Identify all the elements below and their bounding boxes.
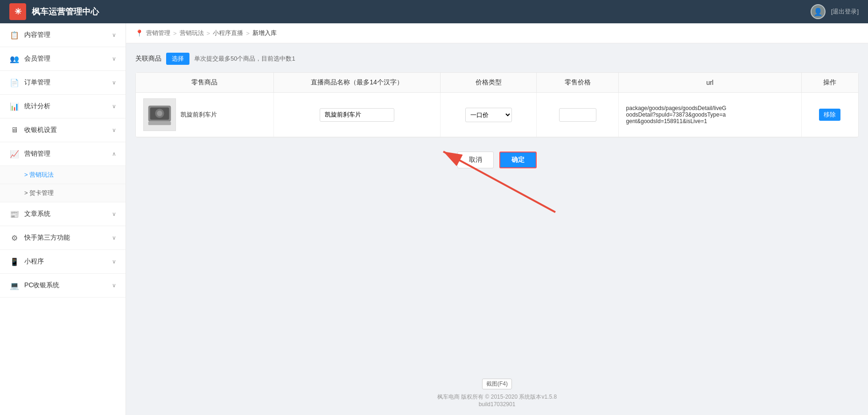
sidebar-item-stats[interactable]: 📊 统计分析 ∨: [0, 95, 126, 118]
sidebar-item-member[interactable]: 👥 会员管理 ∨: [0, 47, 126, 71]
stats-icon: 📊: [9, 101, 20, 111]
build-text: build17032901: [133, 401, 861, 408]
col-header-url: url: [618, 73, 801, 93]
layout: 📋 内容管理 ∨ 👥 会员管理 ∨ 📄 订单管理 ∨ 📊 统计分析: [0, 23, 868, 415]
url-text: package/goods/pages/goodsDetail/liveGood…: [626, 105, 729, 124]
chevron-down-icon: ∨: [112, 55, 116, 62]
cell-broadcast-name: [273, 93, 440, 137]
marketing-icon: 📈: [9, 149, 20, 159]
sidebar-item-marketing[interactable]: 📈 营销管理 ∧: [0, 142, 126, 166]
select-button[interactable]: 选择: [166, 53, 189, 65]
associate-label: 关联商品: [135, 55, 161, 63]
sidebar-label-member: 会员管理: [24, 55, 50, 63]
cell-product: 凯旋前刹车片: [136, 93, 273, 137]
cell-price-type: 一口价 区间价 折扣价: [441, 93, 537, 137]
sidebar-item-marketing-tactics[interactable]: 营销玩法: [0, 166, 126, 184]
logo-icon: ✳: [9, 3, 26, 20]
sidebar-item-mini[interactable]: 📱 小程序 ∨: [0, 250, 126, 274]
col-header-broadcast-name: 直播商品名称（最多14个汉字）: [273, 73, 440, 93]
col-header-retail-price: 零售价格: [537, 73, 618, 93]
product-name: 凯旋前刹车片: [181, 111, 217, 119]
shortcut-badge: 截图(F4): [482, 379, 512, 389]
col-header-action: 操作: [801, 73, 858, 93]
sidebar-label-order: 订单管理: [24, 78, 50, 87]
chevron-down-icon: ∨: [112, 103, 116, 110]
cancel-button[interactable]: 取消: [457, 152, 494, 168]
content-icon: 📋: [9, 30, 20, 40]
svg-point-4: [157, 111, 162, 116]
header-right: 👤 [退出登录]: [811, 4, 859, 19]
product-img-svg: [144, 98, 175, 131]
main-content: 📍 营销管理 > 营销玩法 > 小程序直播 > 新增入库 关联商品 选择 单次提…: [126, 23, 868, 415]
sidebar-label-third: 快手第三方功能: [24, 234, 70, 242]
sidebar: 📋 内容管理 ∨ 👥 会员管理 ∨ 📄 订单管理 ∨ 📊 统计分析: [0, 23, 126, 415]
location-icon: 📍: [135, 29, 143, 37]
chevron-down-icon: ∨: [112, 282, 116, 289]
sidebar-item-cashier[interactable]: 🖥 收银机设置 ∨: [0, 118, 126, 142]
table-header-row: 零售商品 直播商品名称（最多14个汉字） 价格类型 零售价格 url 操作: [136, 73, 858, 93]
associate-hint: 单次提交最多50个商品，目前选中数1: [194, 55, 295, 63]
chevron-down-icon: ∨: [112, 79, 116, 86]
table-row: 凯旋前刹车片 一口价 区间价 折扣价: [136, 93, 858, 137]
chevron-down-icon: ∨: [112, 32, 116, 38]
cell-retail-price: [537, 93, 618, 137]
price-type-select[interactable]: 一口价 区间价 折扣价: [465, 108, 512, 122]
breadcrumb-item-1: 营销玩法: [180, 29, 204, 37]
chevron-down-icon: ∨: [112, 258, 116, 265]
breadcrumb-item-2: 小程序直播: [213, 29, 243, 37]
chevron-down-icon: ∨: [112, 211, 116, 217]
sidebar-label-mini: 小程序: [24, 257, 44, 266]
sidebar-item-pc[interactable]: 💻 PC收银系统 ∨: [0, 274, 126, 297]
chevron-up-icon: ∧: [112, 151, 116, 157]
pc-icon: 💻: [9, 280, 20, 290]
sidebar-label-marketing: 营销管理: [24, 150, 50, 158]
confirm-button[interactable]: 确定: [499, 152, 537, 168]
remove-button[interactable]: 移除: [819, 109, 840, 121]
mini-icon: 📱: [9, 256, 20, 267]
col-header-product: 零售商品: [136, 73, 273, 93]
third-icon: ⚙: [9, 233, 20, 243]
broadcast-name-input[interactable]: [320, 108, 394, 122]
sidebar-item-article[interactable]: 📰 文章系统 ∨: [0, 202, 126, 226]
annotation-arrow: [406, 138, 569, 221]
copyright-text: 枫车电商 版权所有 © 2015-2020 系统版本v1.5.8: [133, 393, 861, 401]
product-table-container: 零售商品 直播商品名称（最多14个汉字） 价格类型 零售价格 url 操作: [135, 72, 859, 138]
sidebar-label-pc: PC收银系统: [24, 281, 59, 290]
breadcrumb-item-3: 新增入库: [252, 29, 277, 37]
order-icon: 📄: [9, 77, 20, 88]
cell-action: 移除: [801, 93, 858, 137]
header-left: ✳ 枫车运营管理中心: [9, 3, 99, 20]
retail-price-input[interactable]: [559, 108, 596, 122]
action-region: 取消 确定: [135, 152, 859, 168]
member-icon: 👥: [9, 54, 20, 64]
header: ✳ 枫车运营管理中心 👤 [退出登录]: [0, 0, 868, 23]
cell-url: package/goods/pages/goodsDetail/liveGood…: [618, 93, 801, 137]
sidebar-label-marketing-tactics: 营销玩法: [29, 171, 54, 178]
svg-rect-5: [148, 122, 171, 125]
sidebar-item-greeting-card[interactable]: > 贺卡管理: [0, 184, 126, 202]
breadcrumb-item-0: 营销管理: [146, 29, 170, 37]
header-title: 枫车运营管理中心: [32, 6, 99, 17]
action-bar: 取消 确定: [135, 152, 859, 168]
sidebar-label-greeting-card: >: [24, 189, 29, 196]
sidebar-label-cashier: 收银机设置: [24, 126, 57, 134]
product-image: [143, 98, 176, 131]
cashier-icon: 🖥: [9, 125, 20, 135]
sidebar-item-third[interactable]: ⚙ 快手第三方功能 ∨: [0, 226, 126, 250]
chevron-down-icon: ∨: [112, 127, 116, 133]
col-header-price-type: 价格类型: [441, 73, 537, 93]
sidebar-item-content[interactable]: 📋 内容管理 ∨: [0, 23, 126, 47]
sidebar-item-order[interactable]: 📄 订单管理 ∨: [0, 71, 126, 95]
sidebar-label-article: 文章系统: [24, 210, 50, 218]
article-icon: 📰: [9, 209, 20, 219]
sidebar-sub-marketing: 营销玩法 > 贺卡管理: [0, 166, 126, 202]
footer: 截图(F4) 枫车电商 版权所有 © 2015-2020 系统版本v1.5.8 …: [126, 371, 868, 415]
chevron-down-icon: ∨: [112, 235, 116, 241]
sidebar-label-stats: 统计分析: [24, 102, 50, 111]
avatar: 👤: [811, 4, 826, 19]
logout-button[interactable]: [退出登录]: [831, 7, 859, 16]
content-area: 关联商品 选择 单次提交最多50个商品，目前选中数1 零售商品 直播商品名称（最…: [126, 43, 868, 371]
sidebar-label-content: 内容管理: [24, 31, 50, 39]
product-table: 零售商品 直播商品名称（最多14个汉字） 价格类型 零售价格 url 操作: [136, 73, 858, 137]
associate-bar: 关联商品 选择 单次提交最多50个商品，目前选中数1: [135, 53, 859, 65]
